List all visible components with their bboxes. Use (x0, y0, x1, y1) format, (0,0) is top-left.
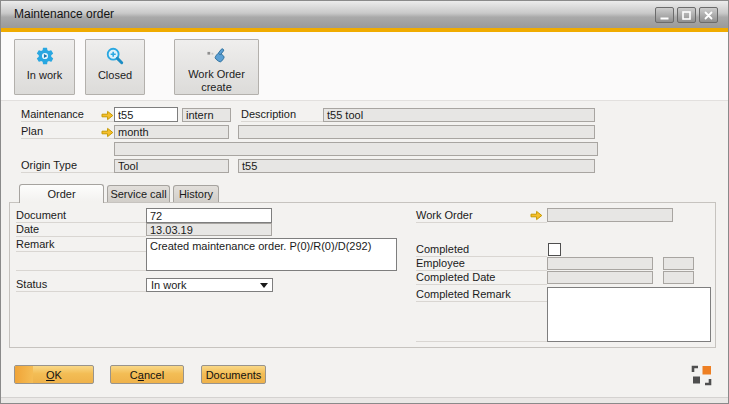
close-button[interactable] (699, 7, 718, 23)
link-arrow-icon[interactable] (101, 110, 114, 121)
employee-code-field (663, 257, 694, 270)
date-field: 13.03.19 (146, 223, 272, 236)
maintenance-input[interactable] (114, 107, 178, 122)
minimize-button[interactable] (655, 7, 674, 23)
gear-icon (35, 45, 55, 67)
origin-type-field: Tool (114, 159, 229, 173)
maintenance-type-field: intern (182, 108, 231, 122)
status-dropdown[interactable]: In work (146, 278, 273, 292)
completed-date-field (547, 271, 653, 284)
cancel-button[interactable]: Cancel (110, 365, 184, 384)
completed-date-label: Completed Date (416, 271, 547, 285)
maximize-button[interactable] (677, 7, 696, 23)
completed-remark-row-divider (416, 341, 547, 342)
close-icon (703, 10, 714, 21)
status-value: In work (151, 279, 186, 291)
documents-label: Documents (206, 369, 262, 381)
completed-date-code-field (663, 271, 694, 284)
origin-name-field: t55 (238, 159, 595, 173)
extra-row-field (114, 142, 598, 156)
work-order-field (547, 208, 673, 222)
closed-button[interactable]: Closed (85, 39, 145, 95)
document-input[interactable] (146, 208, 272, 223)
description-label: Description (241, 108, 323, 122)
toolbar: In work Closed (1, 32, 728, 101)
description-field: t55 tool (323, 108, 595, 122)
status-label: Status (16, 278, 146, 292)
remark-row-divider (16, 270, 146, 271)
window-bottom-strip (1, 397, 728, 404)
maintenance-order-window: Maintenance order In work (0, 0, 729, 404)
ok-button[interactable]: OK (14, 365, 94, 384)
zoom-in-magnifier-icon (105, 45, 125, 67)
completed-remark-textarea[interactable] (547, 287, 711, 342)
documents-button[interactable]: Documents (201, 365, 266, 384)
plan-extra-field (238, 125, 595, 139)
completed-checkbox[interactable] (548, 243, 561, 256)
tab-service-call[interactable]: Service call (107, 185, 170, 202)
link-arrow-icon[interactable] (530, 210, 543, 221)
date-label: Date (16, 223, 146, 237)
minimize-icon (659, 10, 670, 21)
employee-field (547, 257, 653, 270)
closed-label: Closed (98, 69, 132, 82)
work-order-label: Work Order (416, 209, 547, 223)
plan-field: month (114, 125, 229, 139)
remark-textarea[interactable]: Created maintenance order. P(0)/R(0)/D(2… (146, 238, 397, 271)
work-order-create-label: Work Order create (175, 68, 258, 94)
ok-label-rest: K (55, 369, 62, 381)
chevron-down-icon (260, 283, 268, 288)
cancel-label-pre: C (130, 369, 138, 381)
employee-label: Employee (416, 257, 547, 271)
work-order-create-button[interactable]: Work Order create (174, 39, 259, 95)
in-work-label: In work (27, 69, 62, 82)
in-work-button[interactable]: In work (14, 39, 75, 95)
remark-label: Remark (16, 238, 146, 252)
completed-remark-label: Completed Remark (416, 288, 547, 302)
document-label: Document (16, 209, 146, 223)
ok-label-mnemonic: O (46, 369, 55, 381)
tab-order[interactable]: Order (19, 184, 104, 203)
link-arrow-icon[interactable] (101, 127, 114, 138)
origin-type-label: Origin Type (21, 159, 114, 173)
stamp-hand-icon (206, 45, 228, 66)
maximize-icon (681, 10, 692, 21)
cancel-label-rest: ncel (144, 369, 164, 381)
expand-layout-icon[interactable] (691, 365, 712, 386)
ok-button-focus-strip (15, 366, 33, 383)
title-bar: Maintenance order (1, 1, 728, 28)
tab-history[interactable]: History (173, 185, 219, 202)
window-title: Maintenance order (14, 1, 114, 28)
completed-label: Completed (416, 243, 547, 257)
